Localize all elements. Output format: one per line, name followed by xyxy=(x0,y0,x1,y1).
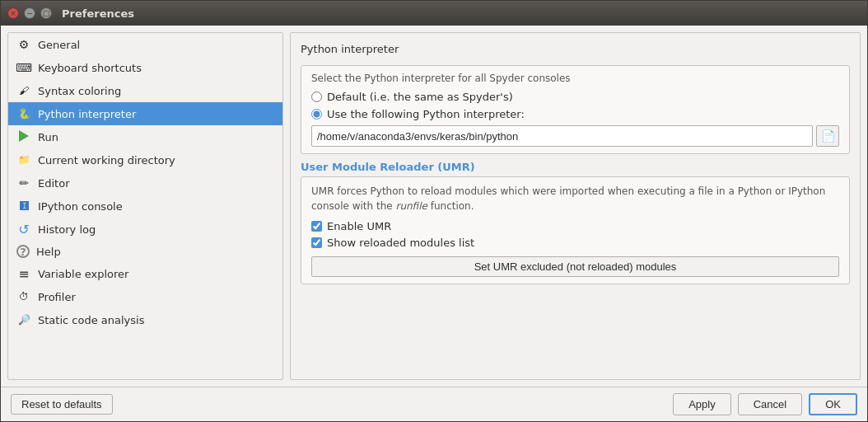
umr-title: User Module Reloader (UMR) xyxy=(301,161,850,173)
sidebar-label-keyboard-shortcuts: Keyboard shortcuts xyxy=(38,62,142,74)
radio-custom-label: Use the following Python interpreter: xyxy=(327,108,525,120)
minimize-button[interactable]: − xyxy=(24,7,35,19)
sidebar-label-general: General xyxy=(38,39,80,51)
main-panel: Python interpreter Select the Python int… xyxy=(290,32,861,380)
browse-icon: 📄 xyxy=(821,129,835,143)
enable-umr-label: Enable UMR xyxy=(327,220,391,232)
sidebar-item-run[interactable]: Run xyxy=(8,125,282,148)
sidebar-item-current-working-directory[interactable]: Current working directory xyxy=(8,148,282,171)
sidebar-label-cwd: Current working directory xyxy=(38,154,175,166)
minimize-icon: − xyxy=(26,9,33,17)
path-input[interactable] xyxy=(311,125,813,147)
ok-button[interactable]: OK xyxy=(809,393,857,415)
sidebar-item-general[interactable]: General xyxy=(8,33,282,56)
keyboard-icon xyxy=(16,60,31,75)
preferences-window: × − □ Preferences General Keyboard short… xyxy=(0,0,868,422)
reset-defaults-button[interactable]: Reset to defaults xyxy=(11,394,113,415)
run-icon xyxy=(16,129,31,144)
sidebar-label-editor: Editor xyxy=(38,177,69,190)
radio-default-label: Default (i.e. the same as Spyder's) xyxy=(327,91,513,103)
sidebar-item-help[interactable]: ? Help xyxy=(8,241,282,262)
sidebar-label-history: History log xyxy=(38,223,96,236)
show-reloaded-checkbox[interactable] xyxy=(311,237,322,248)
set-excluded-button[interactable]: Set UMR excluded (not reloaded) modules xyxy=(311,256,839,277)
browse-button[interactable]: 📄 xyxy=(816,125,839,147)
sidebar-item-variable-explorer[interactable]: Variable explorer xyxy=(8,262,282,285)
edit-icon xyxy=(16,176,31,190)
apply-button[interactable]: Apply xyxy=(673,393,731,415)
main-content: General Keyboard shortcuts Syntax colori… xyxy=(1,26,867,387)
sidebar-item-history-log[interactable]: History log xyxy=(8,218,282,241)
profiler-icon xyxy=(16,289,31,304)
python-icon xyxy=(16,106,31,121)
brush-icon xyxy=(16,83,31,98)
cancel-button[interactable]: Cancel xyxy=(738,393,802,415)
window-title: Preferences xyxy=(62,7,134,20)
umr-groupbox: UMR forces Python to reload modules whic… xyxy=(301,176,850,284)
radio-custom-row: Use the following Python interpreter: xyxy=(311,108,839,120)
umr-desc-text2: console with the xyxy=(311,200,395,212)
footer: Reset to defaults Apply Cancel OK xyxy=(1,387,867,421)
gear-icon xyxy=(16,37,31,52)
maximize-icon: □ xyxy=(43,9,50,17)
radio-default[interactable] xyxy=(311,91,322,102)
sidebar-item-keyboard-shortcuts[interactable]: Keyboard shortcuts xyxy=(8,56,282,79)
sidebar-item-profiler[interactable]: Profiler xyxy=(8,285,282,308)
sidebar-item-static-code-analysis[interactable]: Static code analysis xyxy=(8,308,282,331)
sidebar-label-varex: Variable explorer xyxy=(38,268,128,280)
show-reloaded-label: Show reloaded modules list xyxy=(327,237,474,249)
show-reloaded-row: Show reloaded modules list xyxy=(311,237,839,249)
sidebar-label-static: Static code analysis xyxy=(38,314,144,326)
sidebar-item-python-interpreter[interactable]: Python interpreter xyxy=(8,102,282,125)
sidebar-label-python-interpreter: Python interpreter xyxy=(38,108,136,120)
runfile-text: runfile xyxy=(395,200,427,212)
footer-left: Reset to defaults xyxy=(11,394,113,415)
interpreter-groupbox: Select the Python interpreter for all Sp… xyxy=(301,65,850,154)
sidebar-label-ipython: IPython console xyxy=(38,200,123,213)
footer-right: Apply Cancel OK xyxy=(673,393,857,415)
umr-desc-text1: UMR forces Python to reload modules whic… xyxy=(311,185,825,197)
folder-icon xyxy=(16,152,31,167)
history-icon xyxy=(16,222,31,237)
enable-umr-checkbox[interactable] xyxy=(311,221,322,232)
enable-umr-row: Enable UMR xyxy=(311,220,839,232)
path-row: 📄 xyxy=(311,125,839,147)
titlebar: × − □ Preferences xyxy=(1,1,867,26)
close-icon: × xyxy=(10,9,16,17)
close-button[interactable]: × xyxy=(7,7,19,19)
sidebar-label-help: Help xyxy=(36,246,61,258)
static-icon xyxy=(16,312,31,327)
sidebar-label-syntax-coloring: Syntax coloring xyxy=(38,85,121,97)
groupbox-title: Select the Python interpreter for all Sp… xyxy=(311,73,839,84)
maximize-button[interactable]: □ xyxy=(40,7,52,19)
help-icon: ? xyxy=(16,245,30,258)
radio-custom[interactable] xyxy=(311,109,322,120)
section-title: Python interpreter xyxy=(301,43,850,55)
sidebar: General Keyboard shortcuts Syntax colori… xyxy=(7,32,283,380)
umr-section: User Module Reloader (UMR) UMR forces Py… xyxy=(301,161,850,284)
sidebar-item-syntax-coloring[interactable]: Syntax coloring xyxy=(8,79,282,102)
sidebar-item-ipython-console[interactable]: IPython console xyxy=(8,195,282,218)
sidebar-label-profiler: Profiler xyxy=(38,291,76,303)
umr-desc-text3: function. xyxy=(427,200,474,212)
sidebar-label-run: Run xyxy=(38,131,58,143)
varex-icon xyxy=(16,266,31,281)
ipython-icon xyxy=(16,199,31,213)
radio-default-row: Default (i.e. the same as Spyder's) xyxy=(311,91,839,103)
umr-description: UMR forces Python to reload modules whic… xyxy=(311,184,839,213)
sidebar-item-editor[interactable]: Editor xyxy=(8,171,282,195)
